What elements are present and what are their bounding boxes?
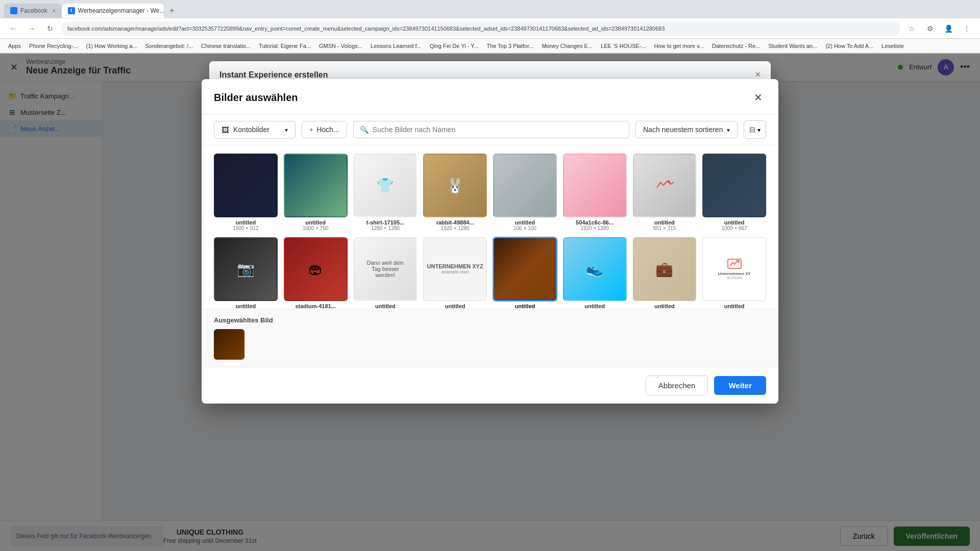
bookmark-8[interactable]: Qing Fei De Yi - Y... <box>428 42 481 50</box>
bookmark-14[interactable]: Student Wants an... <box>766 42 819 50</box>
bookmark-2[interactable]: (1) How Working a... <box>84 42 139 50</box>
image-item-3[interactable]: 👕 t-shirt-17105... 1280 × 1280 <box>354 154 418 231</box>
image-grid-row2: 📷 untitled 1000 × 667 🏟 stadium-4181... … <box>214 237 766 309</box>
bookmark-5[interactable]: Tutorial: Eigene Fa... <box>257 42 313 50</box>
bookmark-7[interactable]: Lessons Learned f... <box>369 42 424 50</box>
bookmark-10[interactable]: Money Changes E... <box>540 42 595 50</box>
filter-icon: ⊟ <box>749 126 755 134</box>
image-dim-6: 1920 × 1280 <box>580 226 609 231</box>
extensions-button[interactable]: ⚙ <box>923 21 937 36</box>
search-icon: 🔍 <box>360 126 369 134</box>
tab-label-2: Werbeanzeigenmanager - We... <box>78 7 164 14</box>
inner-dialog-close[interactable]: ✕ <box>750 89 766 106</box>
image-item-4[interactable]: 🐰 rabbit-49884... 1920 × 1280 <box>423 154 487 231</box>
image-item-5[interactable]: untitled 100 × 100 <box>493 154 557 231</box>
filter-chevron-icon <box>757 125 761 134</box>
image-item-10[interactable]: 🏟 stadium-4181... 1920 × 1280 <box>284 237 348 309</box>
image-item-15[interactable]: 💼 untitled 1000 × 667 <box>633 237 697 309</box>
image-item-7[interactable]: untitled 851 × 315 <box>633 154 697 231</box>
upload-button[interactable]: + Hoch... <box>302 121 347 138</box>
bookmark-4[interactable]: Chinese translatio... <box>199 42 253 50</box>
image-thumb-5 <box>493 154 557 217</box>
image-name-16: untitled <box>724 303 745 309</box>
upload-plus-icon: + <box>309 126 313 134</box>
source-icon: 🖼 <box>222 126 229 134</box>
image-thumb-13 <box>493 237 557 301</box>
image-item-2[interactable]: untitled 1000 × 750 <box>284 154 348 231</box>
image-dim-1: 1500 × 912 <box>233 226 258 231</box>
source-chevron-icon <box>285 126 288 134</box>
bookmark-3[interactable]: Sonderangebot: /... <box>143 42 195 50</box>
image-item-8[interactable]: untitled 1000 × 667 <box>702 154 766 231</box>
image-grid-container: untitled 1500 × 912 untitled 1000 × 750 … <box>202 145 778 309</box>
image-name-12: untitled <box>445 303 465 309</box>
source-dropdown[interactable]: 🖼 Kontobilder <box>214 121 296 139</box>
source-label: Kontobilder <box>233 126 270 134</box>
menu-button[interactable]: ⋮ <box>960 21 974 36</box>
image-thumb-7 <box>633 154 697 217</box>
outer-dialog-close[interactable]: × <box>755 69 761 80</box>
image-name-11: untitled <box>375 303 396 309</box>
sort-chevron-icon <box>727 126 730 134</box>
image-name-15: untitled <box>654 303 675 309</box>
image-name-5: untitled <box>515 219 535 226</box>
image-name-1: untitled <box>236 219 256 226</box>
new-tab-button[interactable]: + <box>166 5 178 17</box>
image-name-3: t-shirt-17105... <box>366 219 405 226</box>
browser-tab-facebook[interactable]: Facebook × <box>4 4 62 18</box>
url-bar[interactable]: facebook.com/adsmanager/manage/ads/edit?… <box>61 21 900 36</box>
bookmark-11[interactable]: LEE 'S HOUSE-... <box>599 42 648 50</box>
sort-dropdown[interactable]: Nach neuestem sortieren <box>635 121 738 138</box>
image-thumb-12: UNTERNEHMEN XYZ example.com <box>423 237 487 301</box>
image-item-6[interactable]: 504a1c6c-86... 1920 × 1280 <box>563 154 627 231</box>
weiter-button[interactable]: Weiter <box>714 376 766 395</box>
forward-button[interactable]: → <box>24 21 39 36</box>
cancel-button[interactable]: Abbrechen <box>646 375 708 395</box>
profile-button[interactable]: 👤 <box>941 21 955 36</box>
image-name-13: untitled <box>515 303 535 309</box>
image-name-7: untitled <box>654 219 675 226</box>
outer-dialog-title: Instant Experience erstellen <box>219 70 328 80</box>
image-thumb-14: 👟 <box>563 237 627 301</box>
tab-close-1[interactable]: × <box>53 8 56 14</box>
tab-favicon-1 <box>10 7 17 14</box>
inner-dialog-header: Bilder auswählen ✕ <box>202 79 778 114</box>
image-name-8: untitled <box>724 219 745 226</box>
back-button[interactable]: ← <box>6 21 20 36</box>
image-item-14[interactable]: 👟 untitled 1000 × 667 <box>563 237 627 309</box>
inner-dialog: Bilder auswählen ✕ 🖼 Kontobilder + Hoch.… <box>202 79 778 404</box>
image-thumb-16: Unternehmen XY SLOGAN <box>702 237 766 301</box>
filter-button[interactable]: ⊟ <box>744 120 766 139</box>
bookmark-1[interactable]: Phone Recycling-... <box>27 42 80 50</box>
image-name-4: rabbit-49884... <box>436 219 474 226</box>
image-item-1[interactable]: untitled 1500 × 912 <box>214 154 278 231</box>
image-dim-2: 1000 × 750 <box>303 226 328 231</box>
image-name-14: untitled <box>584 303 605 309</box>
bookmark-12[interactable]: How to get more v... <box>652 42 706 50</box>
image-item-11[interactable]: Dann weil deinTag besserwerden! untitled… <box>354 237 418 309</box>
image-name-10: stadium-4181... <box>295 303 335 309</box>
inner-dialog-title: Bilder auswählen <box>214 92 298 104</box>
bookmark-apps[interactable]: Apps <box>6 42 23 50</box>
upload-label: Hoch... <box>316 126 339 134</box>
image-item-13[interactable]: untitled 1000 × 668 <box>493 237 557 309</box>
image-item-9[interactable]: 📷 untitled 1000 × 667 <box>214 237 278 309</box>
selected-section-label: Ausgewähltes Bild <box>214 316 766 324</box>
bookmark-6[interactable]: GMSN - Vologs... <box>317 42 364 50</box>
reload-button[interactable]: ↻ <box>43 21 57 36</box>
image-item-12[interactable]: UNTERNEHMEN XYZ example.com untitled 200… <box>423 237 487 309</box>
bookmark-button[interactable]: ☆ <box>904 21 919 36</box>
image-dim-8: 1000 × 667 <box>721 226 747 231</box>
tab-label-1: Facebook <box>20 7 47 14</box>
tab-favicon-2: f <box>68 7 75 14</box>
image-dim-4: 1920 × 1280 <box>441 226 470 231</box>
bookmarks-bar: Apps Phone Recycling-... (1) How Working… <box>0 39 980 53</box>
browser-tab-ads[interactable]: f Werbeanzeigenmanager - We... × <box>62 4 164 18</box>
bookmark-leseliste[interactable]: Leseliste <box>879 42 905 50</box>
bookmark-13[interactable]: Datenschutz - Re... <box>710 42 762 50</box>
bookmark-15[interactable]: (2) How To Add A... <box>823 42 875 50</box>
bookmark-9[interactable]: The Top 3 Platfor... <box>484 42 535 50</box>
image-item-16[interactable]: Unternehmen XY SLOGAN untitled 100 × 100 <box>702 237 766 309</box>
image-thumb-4: 🐰 <box>423 154 487 217</box>
search-input[interactable] <box>373 126 623 134</box>
